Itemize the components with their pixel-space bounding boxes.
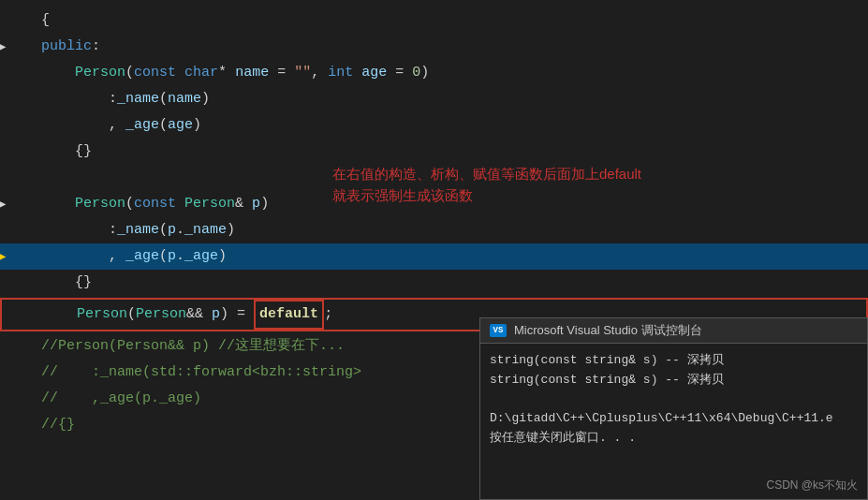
debug-console: VS Microsoft Visual Studio 调试控制台 string(… <box>479 317 868 500</box>
annotation-text-line2: 就表示强制生成该函数 <box>332 187 473 203</box>
code-line: {} <box>0 139 868 165</box>
line-content: {} <box>30 139 868 165</box>
console-line: string(const string& s) -- 深拷贝 <box>490 351 858 371</box>
line-content: , _age(age) <box>30 112 868 139</box>
code-line: { <box>0 7 868 34</box>
code-line: Person(const char* name = "", int age = … <box>0 60 868 86</box>
line-content: {} <box>30 270 868 296</box>
current-line-arrow: ▶ <box>0 243 6 270</box>
breakpoint-arrow: ▶ <box>0 191 6 217</box>
debug-console-body: string(const string& s) -- 深拷贝 string(co… <box>480 344 867 456</box>
debug-console-titlebar: VS Microsoft Visual Studio 调试控制台 <box>480 318 867 344</box>
line-content: :_name(name) <box>30 86 868 112</box>
code-line: , _age(age) <box>0 112 868 139</box>
annotation-box: 在右值的构造、析构、赋值等函数后面加上default 就表示强制生成该函数 <box>332 164 641 206</box>
debug-console-title: Microsoft Visual Studio 调试控制台 <box>514 322 702 339</box>
line-content: { <box>30 7 868 34</box>
csdn-watermark: CSDN @ks不知火 <box>766 478 858 493</box>
console-line: 按任意键关闭此窗口. . . <box>490 429 858 449</box>
breakpoint-arrow: ▶ <box>0 34 6 60</box>
code-line: :_name(p._name) <box>0 217 868 243</box>
code-line: ▶ public: <box>0 34 868 60</box>
line-content: public: <box>30 34 868 60</box>
code-line: :_name(name) <box>0 86 868 112</box>
code-editor: { ▶ public: Person(const char* name = ""… <box>0 0 868 500</box>
line-content: , _age(p._age) <box>30 243 868 270</box>
line-content: Person(const char* name = "", int age = … <box>30 60 868 86</box>
line-content: :_name(p._name) <box>30 217 868 243</box>
annotation-text-line1: 在右值的构造、析构、赋值等函数后面加上default <box>332 166 641 182</box>
vs-icon: VS <box>490 324 507 337</box>
code-line-highlighted: ▶ , _age(p._age) <box>0 243 868 270</box>
console-line <box>490 390 858 410</box>
code-line: {} <box>0 270 868 296</box>
console-line: string(const string& s) -- 深拷贝 <box>490 371 858 390</box>
console-line: D:\gitadd\C++\Cplusplus\C++11\x64\Debug\… <box>490 409 858 429</box>
